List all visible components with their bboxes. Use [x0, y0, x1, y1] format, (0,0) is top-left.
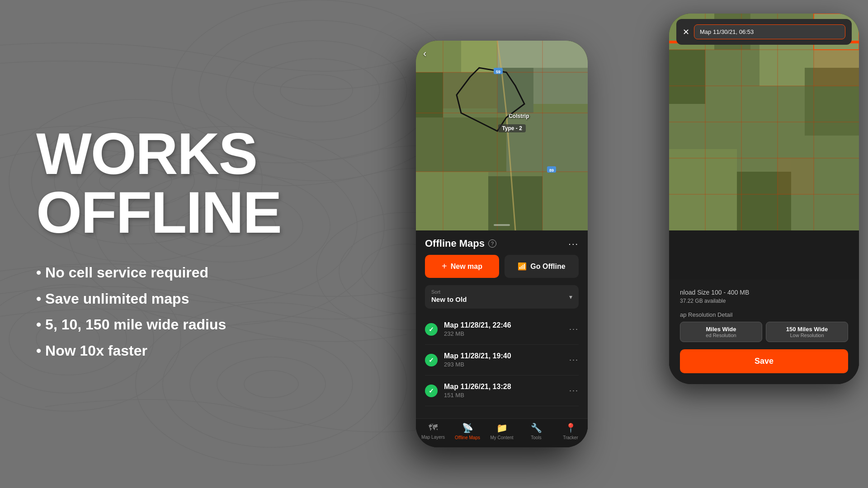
- nav-item-tools[interactable]: 🔧 Tools: [519, 422, 553, 440]
- map-item: ✓ Map 11/28/21, 19:40 293 MB ···: [425, 345, 579, 375]
- sort-label: Sort: [431, 290, 467, 295]
- tracker-icon: 📍: [565, 422, 576, 433]
- resolution-option-2[interactable]: 150 Miles Wide Low Resolution: [766, 322, 848, 342]
- tools-icon: 🔧: [531, 422, 542, 433]
- resolution-option-1[interactable]: Miles Wide ed Resolution: [680, 322, 762, 342]
- svg-point-9: [280, 75, 353, 106]
- map-item-more-3[interactable]: ···: [569, 386, 579, 395]
- panel-more-button[interactable]: ···: [568, 239, 579, 249]
- map-item-more-2[interactable]: ···: [569, 355, 579, 365]
- location-label: Colstrip: [509, 113, 529, 119]
- svg-rect-57: [416, 117, 506, 172]
- svg-rect-59: [416, 172, 488, 230]
- resolution-section: ap Resolution Detail Miles Wide ed Resol…: [680, 311, 848, 342]
- offline-maps-icon: 📡: [462, 422, 473, 433]
- svg-rect-58: [506, 113, 588, 172]
- nav-item-tracker[interactable]: 📍 Tracker: [553, 422, 588, 440]
- map-back-button[interactable]: ‹: [423, 48, 426, 60]
- download-size-text: nload Size 100 - 400 MB: [680, 289, 848, 296]
- drag-handle: [494, 224, 510, 226]
- map-type-label: Type - 2: [498, 124, 525, 132]
- map-item-more-1[interactable]: ···: [569, 324, 579, 334]
- svg-rect-50: [416, 41, 461, 72]
- check-circle-1: ✓: [425, 323, 438, 336]
- bullet-3: 5, 10, 150 mile wide radius: [36, 312, 281, 338]
- sort-bar[interactable]: Sort New to Old ▾: [425, 285, 579, 309]
- map-info-2: Map 11/28/21, 19:40 293 MB: [444, 352, 563, 368]
- svg-rect-56: [533, 68, 588, 104]
- svg-point-17: [217, 357, 326, 411]
- map-layers-icon: 🗺: [429, 422, 438, 433]
- main-title: WORKS OFFLINE: [36, 124, 281, 242]
- map-name-2: Map 11/28/21, 19:40: [444, 352, 563, 360]
- maps-list: ✓ Map 11/28/21, 22:46 232 MB ··· ✓: [416, 314, 588, 418]
- map-size-2: 293 MB: [444, 361, 563, 368]
- nav-label-offline-maps: Offline Maps: [455, 435, 480, 440]
- bottom-panel: Offline Maps ? ··· + New map 📶: [416, 230, 588, 447]
- help-icon[interactable]: ?: [488, 239, 496, 248]
- front-map-area: 59 89 ‹ Colstrip Type - 2: [416, 41, 588, 230]
- action-buttons: + New map 📶 Go Offline: [416, 255, 588, 285]
- available-storage: 37.22 GB available: [680, 298, 848, 304]
- resolution-label: ap Resolution Detail: [680, 311, 848, 318]
- nav-item-offline-maps[interactable]: 📡 Offline Maps: [450, 422, 485, 440]
- nav-label-tools: Tools: [531, 435, 541, 440]
- feature-bullets: No cell service required Save unlimited …: [36, 260, 281, 364]
- my-content-icon: 📁: [496, 422, 508, 433]
- bullet-4: Now 10x faster: [36, 338, 281, 364]
- checkmark-2: ✓: [429, 357, 434, 364]
- nav-label-tracker: Tracker: [563, 435, 578, 440]
- bottom-nav: 🗺 Map Layers 📡 Offline Maps 📁 My Content…: [416, 418, 588, 447]
- map-size-1: 232 MB: [444, 330, 563, 337]
- map-size-3: 151 MB: [444, 392, 563, 399]
- sort-chevron-icon: ▾: [569, 293, 572, 300]
- map-name-input[interactable]: [694, 24, 845, 39]
- svg-rect-48: [778, 158, 814, 194]
- sort-label-group: Sort New to Old: [431, 290, 467, 304]
- dialog-close-btn[interactable]: ✕: [683, 27, 689, 37]
- svg-rect-53: [416, 72, 443, 117]
- svg-rect-32: [669, 50, 705, 104]
- new-map-button[interactable]: + New map: [425, 255, 499, 278]
- checkmark-3: ✓: [429, 387, 434, 394]
- nav-label-my-content: My Content: [490, 435, 513, 440]
- save-button[interactable]: Save: [680, 349, 848, 373]
- check-circle-2: ✓: [425, 354, 438, 366]
- panel-title-group: Offline Maps ?: [425, 238, 496, 249]
- check-circle-3: ✓: [425, 385, 438, 397]
- map-info-3: Map 11/26/21, 13:28 151 MB: [444, 383, 563, 399]
- map-name-3: Map 11/26/21, 13:28: [444, 383, 563, 391]
- save-dialog-overlay: ✕: [676, 19, 852, 45]
- panel-title: Offline Maps: [425, 238, 485, 249]
- checkmark-1: ✓: [429, 326, 434, 333]
- map-item: ✓ Map 11/26/21, 13:28 151 MB ···: [425, 375, 579, 406]
- back-phone-bottom: nload Size 100 - 400 MB 37.22 GB availab…: [669, 280, 859, 384]
- left-section: WORKS OFFLINE No cell service required S…: [36, 124, 281, 364]
- bullet-2: Save unlimited maps: [36, 286, 281, 312]
- phone-back: ✕ nload Size 100 - 400 MB 37.22 GB avail…: [669, 14, 859, 384]
- phones-area: ✕ nload Size 100 - 400 MB 37.22 GB avail…: [371, 0, 868, 488]
- back-map-area: [669, 14, 859, 230]
- svg-rect-34: [669, 149, 737, 230]
- bullet-1: No cell service required: [36, 260, 281, 286]
- phone-front: 59 89 ‹ Colstrip Type - 2: [416, 41, 588, 447]
- svg-point-8: [253, 59, 380, 122]
- map-info-1: Map 11/28/21, 22:46 232 MB: [444, 321, 563, 337]
- svg-text:89: 89: [549, 168, 554, 173]
- svg-text:59: 59: [496, 70, 500, 74]
- nav-label-map-layers: Map Layers: [421, 435, 445, 440]
- svg-rect-61: [542, 172, 588, 230]
- nav-item-my-content[interactable]: 📁 My Content: [485, 422, 519, 440]
- sort-value: New to Old: [431, 295, 467, 304]
- map-name-1: Map 11/28/21, 22:46: [444, 321, 563, 329]
- nav-item-map-layers[interactable]: 🗺 Map Layers: [416, 422, 450, 440]
- map-item: ✓ Map 11/28/21, 22:46 232 MB ···: [425, 314, 579, 345]
- resolution-options: Miles Wide ed Resolution 150 Miles Wide …: [680, 322, 848, 342]
- go-offline-button[interactable]: 📶 Go Offline: [505, 255, 579, 278]
- svg-rect-47: [814, 50, 859, 86]
- svg-point-18: [244, 371, 298, 398]
- panel-header: Offline Maps ? ···: [416, 230, 588, 255]
